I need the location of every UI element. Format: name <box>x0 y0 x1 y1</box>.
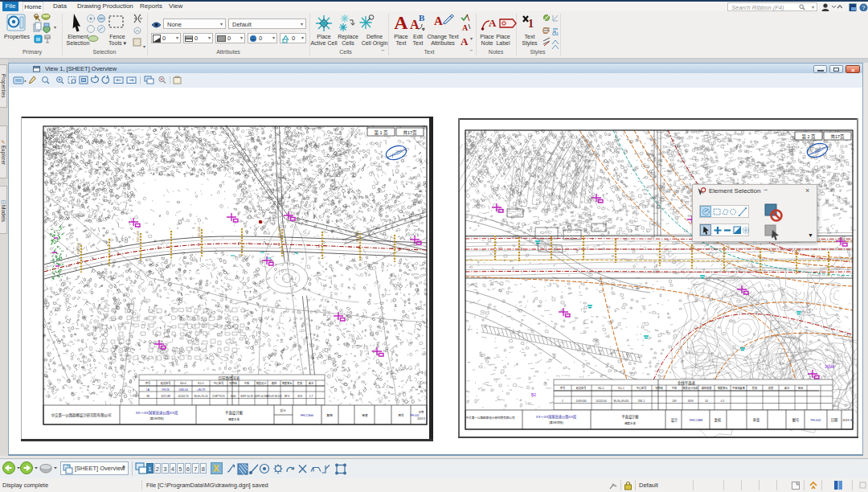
svg-text:审查: 审查 <box>362 413 368 417</box>
svg-text:序号: 序号 <box>145 381 150 385</box>
svg-text:A: A <box>462 23 469 32</box>
svg-text:共17页: 共17页 <box>403 129 417 136</box>
svg-text:设计: 设计 <box>671 417 678 423</box>
svg-text:35.8: 35.8 <box>297 395 302 398</box>
svg-text:日期: 日期 <box>419 410 424 414</box>
svg-text:XX～XX国家高速公路XX段: XX～XX国家高速公路XX段 <box>536 414 577 420</box>
svg-text:K1+1: K1+1 <box>618 387 624 390</box>
svg-text:复核: 复核 <box>326 413 333 417</box>
svg-text:2019.3: 2019.3 <box>417 417 425 420</box>
svg-text:精度水准: 精度水准 <box>228 417 240 421</box>
svg-text:J6M8: J6M8 <box>825 364 834 369</box>
svg-text:2: 2 <box>562 400 563 403</box>
svg-text:2071.88: 2071.88 <box>161 395 170 398</box>
svg-text:备注: 备注 <box>784 386 790 390</box>
svg-text:精度水准: 精度水准 <box>624 421 636 425</box>
svg-text:1: 1 <box>528 18 534 30</box>
svg-text:中交第一公路勘察设计研究院有限公司: 中交第一公路勘察设计研究院有限公司 <box>51 412 112 418</box>
svg-text:K12+400: K12+400 <box>278 227 281 238</box>
svg-text:54: 54 <box>705 400 708 403</box>
svg-text:XX～XX国家高速公路XX段: XX～XX国家高速公路XX段 <box>136 410 178 416</box>
svg-text:W+N+09.020: W+N+09.020 <box>614 400 629 403</box>
svg-text:1049.034: 1049.034 <box>575 400 587 403</box>
svg-text:B2: B2 <box>531 392 536 397</box>
svg-text:K0×0: K0×0 <box>180 382 186 385</box>
svg-text:目前路情况表: 目前路情况表 <box>219 375 240 381</box>
svg-text:填挖高度: 填挖高度 <box>702 386 713 390</box>
svg-text:2019.3: 2019.3 <box>842 419 852 422</box>
svg-text:第 2 页: 第 2 页 <box>801 133 816 140</box>
svg-text:?: ? <box>862 4 865 11</box>
svg-text:K12+400: K12+400 <box>77 243 80 254</box>
svg-text:K12+400: K12+400 <box>137 231 140 242</box>
svg-text:序号: 序号 <box>560 386 565 390</box>
svg-text:审查: 审查 <box>753 417 760 423</box>
svg-text:A: A <box>489 17 497 29</box>
svg-text:起讫桩号: 起讫桩号 <box>576 386 587 390</box>
svg-text:坡度坡长: 坡度坡长 <box>718 386 729 390</box>
svg-text:1000: 1000 <box>230 395 235 398</box>
svg-text:0.2: 0.2 <box>721 400 725 403</box>
svg-text:中心桩号: 中心桩号 <box>637 386 647 390</box>
svg-text:中桩: 中桩 <box>244 381 250 385</box>
svg-text:149: 149 <box>672 400 677 403</box>
svg-text:加宽: 加宽 <box>768 386 774 390</box>
svg-text:电话: 电话 <box>798 386 804 390</box>
svg-text:(第2合同段): (第2合同段) <box>149 416 164 420</box>
svg-text:1659: 1659 <box>687 400 693 403</box>
svg-text:K12+400: K12+400 <box>356 231 359 242</box>
svg-text:FHCCBM: FHCCBM <box>690 419 702 422</box>
svg-text:超高: 超高 <box>297 381 302 385</box>
svg-text:共17页: 共17页 <box>830 133 845 140</box>
svg-text:地面线: 地面线 <box>229 381 237 385</box>
svg-text:5.7: 5.7 <box>309 395 313 398</box>
svg-text:(第3合同段): (第3合同段) <box>549 420 563 424</box>
svg-text:中心桩号: 中心桩号 <box>214 381 224 385</box>
svg-text:K0+1: K0+1 <box>598 387 604 390</box>
svg-text:路基设计标高: 路基设计标高 <box>682 386 698 390</box>
svg-text:K1×1: K1×1 <box>198 382 204 385</box>
svg-text:999.26: 999.26 <box>162 388 170 392</box>
svg-text:起讫桩号: 起讫桩号 <box>161 381 171 385</box>
svg-text:10202.04: 10202.04 <box>596 400 607 403</box>
svg-text:图号: 图号 <box>398 413 404 417</box>
svg-text:cu: cu <box>552 31 559 36</box>
svg-text:10202.74: 10202.74 <box>178 395 189 398</box>
svg-text:超高: 超高 <box>752 386 757 390</box>
svg-text:平曲线要素: 平曲线要素 <box>732 386 746 390</box>
svg-text:中交第一公路勘察设计研究院有限公司: 中交第一公路勘察设计研究院有限公司 <box>465 416 514 420</box>
svg-text:W+N+70.10: W+N+70.10 <box>194 395 207 398</box>
svg-text:设计: 设计 <box>280 408 286 412</box>
svg-text:平面设计图: 平面设计图 <box>225 410 244 416</box>
svg-text:K12+400: K12+400 <box>198 227 201 238</box>
svg-text:全线平面表: 全线平面表 <box>678 380 696 386</box>
svg-text:地面线: 地面线 <box>655 386 663 390</box>
svg-text:备注: 备注 <box>309 381 314 385</box>
svg-text:PH-002: PH-002 <box>811 419 821 422</box>
svg-text:复核: 复核 <box>714 417 722 423</box>
svg-text:1080.04: 1080.04 <box>178 388 188 392</box>
svg-text:3499 54.35: 3499 54.35 <box>240 395 253 398</box>
svg-text:2B: 2B <box>146 395 149 398</box>
svg-text:123.45 W.245: 123.45 W.245 <box>266 395 282 398</box>
svg-text:平面设计图: 平面设计图 <box>622 414 639 420</box>
svg-text:坡度坡长: 坡度坡长 <box>282 381 293 385</box>
svg-text:2N1.2: 2N1.2 <box>638 400 645 403</box>
svg-text:38°V: 38°V <box>285 395 291 398</box>
svg-text:21W*73.25: 21W*73.25 <box>212 395 225 398</box>
svg-text:填挖: 填挖 <box>272 381 277 385</box>
svg-text:第 1 页: 第 1 页 <box>374 129 388 136</box>
svg-text:+80.78: +80.78 <box>197 388 205 392</box>
svg-text:中桩: 中桩 <box>672 386 678 390</box>
svg-text:FHCCEdit: FHCCEdit <box>301 414 313 417</box>
svg-text:路基设计: 路基设计 <box>256 381 268 385</box>
svg-text:A: A <box>461 35 469 47</box>
